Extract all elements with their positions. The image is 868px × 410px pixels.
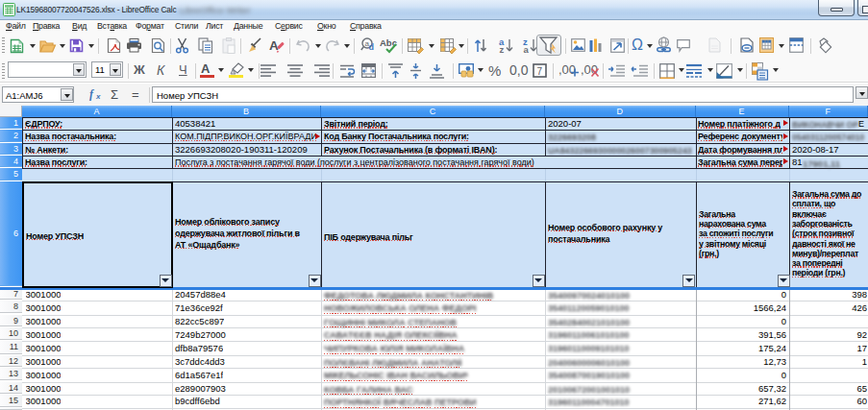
svg-text:7: 7 bbox=[537, 66, 543, 77]
svg-text:z: z bbox=[500, 44, 505, 55]
svg-text:a: a bbox=[524, 44, 530, 55]
svg-text:d: d bbox=[369, 42, 375, 52]
